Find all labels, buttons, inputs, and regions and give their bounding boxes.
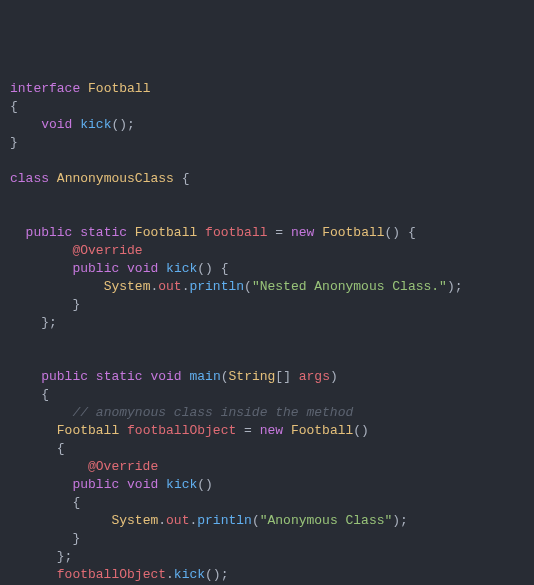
method-kick: kick: [166, 477, 197, 492]
method-kick: kick: [174, 567, 205, 582]
type-football: Football: [135, 225, 197, 240]
keyword-static: static: [96, 369, 143, 384]
string-nested: "Nested Anonymous Class.": [252, 279, 447, 294]
type-football: Football: [291, 423, 353, 438]
var-footballobject: footballObject: [57, 567, 166, 582]
code-block: interface Football { void kick(); } clas…: [10, 80, 524, 585]
var-football: football: [205, 225, 267, 240]
annotation-override: @Override: [72, 243, 142, 258]
type-string: String: [229, 369, 276, 384]
keyword-void: void: [127, 261, 158, 276]
keyword-class: class: [10, 171, 49, 186]
method-main: main: [190, 369, 221, 384]
annotation-override: @Override: [88, 459, 158, 474]
var-footballobject: footballObject: [127, 423, 236, 438]
keyword-void: void: [41, 117, 72, 132]
keyword-public: public: [26, 225, 73, 240]
method-kick: kick: [166, 261, 197, 276]
keyword-new: new: [291, 225, 314, 240]
comment: // anomynous class inside the method: [72, 405, 353, 420]
keyword-public: public: [72, 261, 119, 276]
var-out: out: [158, 279, 181, 294]
keyword-public: public: [41, 369, 88, 384]
string-anon: "Anonymous Class": [260, 513, 393, 528]
type-football: Football: [88, 81, 150, 96]
keyword-interface: interface: [10, 81, 80, 96]
method-println: println: [197, 513, 252, 528]
keyword-new: new: [260, 423, 283, 438]
keyword-void: void: [127, 477, 158, 492]
method-kick: kick: [80, 117, 111, 132]
var-out: out: [166, 513, 189, 528]
type-system: System: [104, 279, 151, 294]
keyword-public: public: [72, 477, 119, 492]
keyword-static: static: [80, 225, 127, 240]
method-println: println: [189, 279, 244, 294]
type-football: Football: [322, 225, 384, 240]
type-football: Football: [57, 423, 119, 438]
type-annonymousclass: AnnonymousClass: [57, 171, 174, 186]
type-system: System: [111, 513, 158, 528]
keyword-void: void: [150, 369, 181, 384]
var-args: args: [299, 369, 330, 384]
